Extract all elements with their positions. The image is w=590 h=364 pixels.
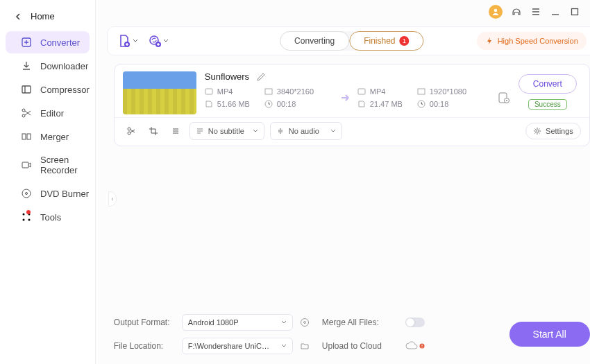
nav-list: Converter Downloader Compressor Editor M… — [0, 31, 95, 228]
file-location-value: F:\Wondershare UniConverter 1 — [188, 342, 271, 350]
svg-rect-18 — [205, 89, 212, 94]
status-badge: Success — [528, 99, 567, 110]
audio-dropdown[interactable]: No audio — [270, 122, 342, 140]
svg-point-27 — [128, 128, 130, 130]
toolbar: Converting Finished 1 High Speed Convers… — [107, 26, 590, 55]
subtitle-icon — [196, 127, 204, 135]
settings-label: Settings — [546, 127, 573, 135]
menu-icon[interactable] — [530, 6, 541, 17]
footer: Output Format: Android 1080P Merge All F… — [96, 303, 590, 364]
svg-point-9 — [23, 214, 25, 216]
open-folder-icon[interactable] — [300, 341, 315, 351]
dst-duration: 00:18 — [430, 100, 449, 108]
output-info-icon[interactable] — [300, 318, 315, 327]
sidebar-item-label: Editor — [40, 108, 64, 119]
camera-icon — [21, 159, 32, 171]
svg-rect-5 — [27, 134, 31, 139]
add-folder-button[interactable] — [148, 34, 169, 48]
notification-dot-icon — [26, 210, 31, 214]
convert-button[interactable]: Convert — [519, 74, 577, 94]
audio-wave-icon — [276, 127, 285, 135]
effect-icon[interactable] — [167, 123, 184, 139]
svg-rect-19 — [265, 89, 272, 94]
crop-icon[interactable] — [145, 123, 162, 139]
src-format: MP4 — [217, 87, 233, 96]
svg-point-24 — [506, 100, 507, 101]
file-plus-icon — [117, 34, 131, 48]
add-file-button[interactable] — [117, 34, 138, 48]
svg-rect-6 — [22, 162, 28, 168]
svg-point-12 — [28, 219, 31, 221]
tab-label: Finished — [364, 36, 395, 46]
svg-point-29 — [536, 130, 539, 132]
svg-point-30 — [301, 319, 308, 327]
subtitle-dropdown[interactable]: No subtitle — [189, 122, 264, 140]
minimize-icon[interactable] — [550, 6, 561, 17]
tab-converting[interactable]: Converting — [280, 31, 349, 51]
tab-label: Converting — [294, 36, 335, 46]
folder-sync-icon — [148, 34, 162, 48]
converter-icon — [21, 37, 32, 48]
dst-format: MP4 — [370, 87, 386, 96]
high-speed-label: High Speed Conversion — [498, 37, 578, 45]
audio-value: No audio — [289, 127, 319, 135]
headset-icon[interactable] — [511, 6, 522, 17]
high-speed-conversion-button[interactable]: High Speed Conversion — [477, 32, 587, 50]
resolution-icon — [264, 87, 273, 96]
sidebar-item-downloader[interactable]: Downloader — [6, 55, 90, 77]
svg-point-28 — [128, 132, 130, 135]
svg-rect-14 — [571, 9, 578, 15]
output-format-select[interactable]: Android 1080P — [182, 314, 293, 331]
warning-dot-icon — [419, 343, 425, 349]
sidebar-item-editor[interactable]: Editor — [6, 102, 90, 124]
sidebar-item-merger[interactable]: Merger — [6, 125, 90, 148]
video-format-icon — [357, 87, 366, 96]
start-all-button[interactable]: Start All — [509, 322, 590, 347]
svg-point-8 — [26, 193, 28, 195]
video-thumbnail[interactable] — [123, 71, 196, 114]
sidebar-item-label: Compressor — [40, 85, 90, 95]
merge-toggle[interactable] — [405, 318, 425, 327]
svg-point-13 — [494, 9, 497, 12]
chevron-down-icon — [281, 320, 287, 325]
user-avatar-icon[interactable] — [489, 5, 503, 19]
titlebar — [96, 0, 590, 24]
file-location-label: File Location: — [114, 341, 175, 351]
svg-point-7 — [22, 189, 31, 198]
merger-icon — [21, 131, 32, 142]
lightning-icon — [485, 37, 494, 45]
clock-icon — [264, 100, 273, 108]
src-resolution: 3840*2160 — [277, 87, 314, 96]
upload-cloud-icon[interactable] — [405, 341, 433, 351]
edit-title-icon[interactable] — [256, 72, 266, 82]
svg-point-3 — [22, 114, 25, 117]
sidebar-item-label: Merger — [40, 132, 69, 142]
chevron-down-icon — [133, 38, 138, 44]
subtitle-value: No subtitle — [208, 127, 244, 135]
sidebar-item-label: Screen Recorder — [40, 155, 90, 175]
gear-icon — [533, 127, 541, 135]
sidebar-item-screen-recorder[interactable]: Screen Recorder — [6, 149, 90, 181]
maximize-icon[interactable] — [569, 6, 580, 17]
sidebar-item-label: Downloader — [40, 61, 88, 71]
sidebar: Home Converter Downloader Compressor Edi… — [0, 0, 96, 364]
sidebar-item-converter[interactable]: Converter — [6, 31, 90, 53]
sidebar-item-tools[interactable]: Tools — [6, 206, 90, 228]
tab-finished[interactable]: Finished 1 — [349, 31, 423, 51]
home-button[interactable]: Home — [0, 0, 95, 31]
chevron-down-icon — [253, 128, 258, 134]
src-size: 51.66 MB — [217, 100, 250, 108]
output-settings-icon[interactable] — [498, 92, 510, 104]
resolution-icon — [417, 87, 425, 96]
svg-rect-21 — [418, 89, 425, 94]
file-card: Sunflowers MP4 3840*2160 MP4 1920*1080 5… — [114, 64, 590, 146]
svg-point-2 — [22, 109, 25, 112]
trim-icon[interactable] — [123, 123, 140, 139]
sidebar-item-label: DVD Burner — [40, 189, 89, 199]
home-label: Home — [31, 11, 55, 21]
file-location-select[interactable]: F:\Wondershare UniConverter 1 — [182, 338, 293, 354]
svg-point-33 — [421, 347, 422, 347]
sidebar-item-dvd-burner[interactable]: DVD Burner — [6, 182, 90, 205]
sidebar-item-compressor[interactable]: Compressor — [6, 78, 90, 101]
settings-button[interactable]: Settings — [525, 123, 581, 139]
